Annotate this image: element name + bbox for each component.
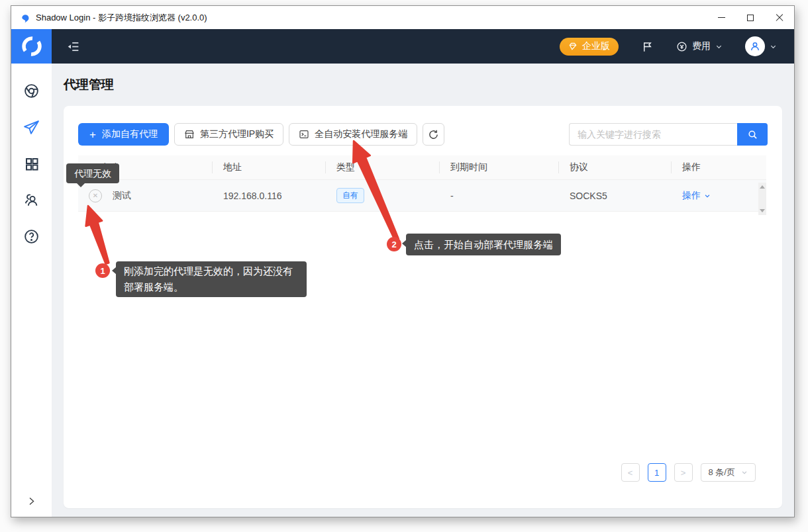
table-scrollbar[interactable] bbox=[758, 183, 766, 215]
sidebar-expand-button[interactable] bbox=[11, 496, 52, 506]
scroll-down-icon[interactable] bbox=[760, 209, 765, 212]
sidebar-item-proxy[interactable] bbox=[11, 109, 52, 146]
brand-swirl-icon bbox=[20, 34, 44, 58]
sidebar-item-apps[interactable] bbox=[11, 146, 52, 182]
plus-icon: + bbox=[89, 129, 96, 140]
page-title: 代理管理 bbox=[64, 76, 114, 93]
step-1-tooltip: 刚添加完的代理是无效的，因为还没有部署服务端。 bbox=[116, 261, 307, 297]
window-title: Shadow Login - 影子跨境指纹浏览器 (v2.0.0) bbox=[36, 12, 207, 24]
next-page-button[interactable]: > bbox=[674, 463, 693, 482]
invalid-proxy-tooltip: 代理无效 bbox=[66, 163, 119, 183]
shop-icon bbox=[184, 129, 195, 140]
diamond-icon bbox=[568, 42, 578, 51]
sidebar-collapse-button[interactable] bbox=[66, 40, 80, 54]
team-icon bbox=[23, 192, 40, 208]
row-action-dropdown[interactable]: 操作 bbox=[682, 190, 711, 202]
brand-logo[interactable] bbox=[11, 29, 52, 64]
search-input[interactable] bbox=[569, 123, 737, 146]
proxy-invalid-icon: ✕ bbox=[89, 189, 102, 202]
avatar bbox=[745, 36, 765, 56]
proxy-address: 192.168.0.116 bbox=[213, 191, 326, 201]
app-logo-icon bbox=[19, 12, 30, 23]
proxy-type-tag: 自有 bbox=[336, 188, 364, 202]
terminal-icon bbox=[299, 129, 309, 140]
billing-label: 费用 bbox=[692, 40, 711, 52]
table-header: 名称 地址 类型 到期时间 协议 操作 bbox=[78, 155, 766, 180]
sidebar bbox=[11, 64, 52, 517]
search-group bbox=[569, 123, 768, 146]
toolbar: + 添加自有代理 第三方代理IP购买 全自动安装代理服务端 bbox=[78, 123, 768, 146]
top-navbar: 企业版 费用 bbox=[11, 29, 794, 64]
close-icon bbox=[776, 14, 783, 22]
chevron-down-icon bbox=[715, 43, 723, 50]
refresh-button[interactable] bbox=[423, 123, 444, 146]
chevron-down-icon bbox=[741, 469, 748, 476]
table-row: ✕ 测试 192.168.0.116 自有 - SOCKS5 操作 bbox=[78, 180, 766, 212]
search-button[interactable] bbox=[737, 123, 768, 146]
page-size-select[interactable]: 8 条/页 bbox=[701, 463, 756, 482]
buy-ip-button[interactable]: 第三方代理IP购买 bbox=[174, 123, 283, 146]
scroll-up-icon[interactable] bbox=[760, 185, 765, 189]
current-page-button[interactable]: 1 bbox=[648, 463, 666, 482]
refresh-icon bbox=[428, 129, 439, 140]
add-proxy-button[interactable]: + 添加自有代理 bbox=[78, 123, 169, 146]
page-size-label: 8 条/页 bbox=[709, 466, 735, 478]
proxy-card: + 添加自有代理 第三方代理IP购买 全自动安装代理服务端 bbox=[64, 106, 782, 508]
feedback-flag-button[interactable] bbox=[641, 40, 654, 53]
add-proxy-label: 添加自有代理 bbox=[102, 128, 158, 140]
auto-install-button[interactable]: 全自动安装代理服务端 bbox=[289, 123, 417, 146]
billing-menu[interactable]: 费用 bbox=[676, 40, 723, 52]
account-menu[interactable] bbox=[745, 36, 777, 56]
paper-plane-icon bbox=[23, 119, 40, 136]
apps-grid-icon bbox=[24, 156, 40, 172]
pagination: < 1 > 8 条/页 bbox=[621, 463, 756, 482]
maximize-button[interactable] bbox=[736, 6, 765, 29]
column-header-expire: 到期时间 bbox=[440, 161, 559, 173]
titlebar: Shadow Login - 影子跨境指纹浏览器 (v2.0.0) bbox=[11, 6, 794, 29]
prev-page-button[interactable]: < bbox=[621, 463, 640, 482]
proxy-expire: - bbox=[440, 191, 559, 201]
step-2-badge: 2 bbox=[387, 237, 401, 251]
enterprise-badge-button[interactable]: 企业版 bbox=[560, 38, 619, 56]
minimize-icon bbox=[718, 17, 725, 18]
step-1-badge: 1 bbox=[95, 263, 110, 278]
flag-icon bbox=[641, 40, 654, 53]
maximize-icon bbox=[747, 15, 754, 21]
chevron-down-icon bbox=[770, 43, 777, 50]
sidebar-item-help[interactable] bbox=[11, 218, 52, 255]
column-header-action: 操作 bbox=[672, 161, 766, 173]
column-header-address: 地址 bbox=[213, 161, 326, 173]
column-header-type: 类型 bbox=[326, 161, 440, 173]
auto-install-label: 全自动安装代理服务端 bbox=[315, 128, 407, 140]
chevron-down-icon bbox=[704, 193, 711, 199]
column-header-protocol: 协议 bbox=[559, 161, 672, 173]
enterprise-badge-label: 企业版 bbox=[582, 40, 610, 52]
menu-unfold-icon bbox=[66, 40, 80, 54]
proxy-table: 名称 地址 类型 到期时间 协议 操作 ✕ 测试 192.168.0.116 自 bbox=[78, 155, 766, 212]
chevron-right-icon bbox=[26, 496, 36, 506]
step-2-tooltip: 点击，开始自动部署代理服务端 bbox=[406, 234, 561, 255]
search-icon bbox=[747, 129, 758, 140]
buy-ip-label: 第三方代理IP购买 bbox=[200, 128, 274, 140]
proxy-protocol: SOCKS5 bbox=[559, 191, 672, 201]
sidebar-item-browser[interactable] bbox=[11, 73, 52, 109]
billing-coin-icon bbox=[676, 41, 687, 52]
user-icon bbox=[749, 40, 761, 52]
help-icon bbox=[23, 228, 40, 245]
minimize-button[interactable] bbox=[707, 6, 736, 29]
proxy-name: 测试 bbox=[113, 190, 131, 202]
sidebar-item-team[interactable] bbox=[11, 182, 52, 218]
close-button[interactable] bbox=[765, 6, 794, 29]
row-action-label: 操作 bbox=[682, 190, 701, 202]
chrome-browser-icon bbox=[23, 83, 40, 99]
